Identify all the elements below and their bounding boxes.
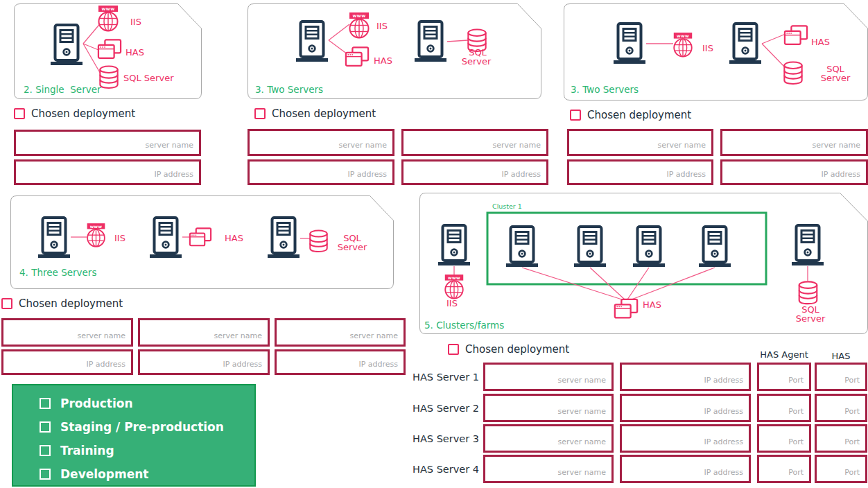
server-name-placeholder: server name [77,331,125,340]
server-icon [296,21,328,62]
ip-address-placeholder: IP address [704,376,743,385]
has-agent-port-field[interactable]: Port [757,394,811,422]
environment-row-training: Training [40,444,114,458]
iis-globe-icon [87,223,105,246]
chosen-deployment-row-two-b: Chosen deployment [570,109,691,121]
chosen-deployment-checkbox[interactable] [448,344,459,355]
server-name-placeholder: server name [557,376,606,385]
development-checkbox[interactable] [40,469,51,480]
has-label: HAS [125,47,144,58]
staging-checkbox[interactable] [40,421,51,433]
panel-two-servers-b: IIS HAS SQL Server 3. Two Servers [564,3,868,101]
has-agent-port-header: HAS Agent [757,349,811,360]
server-name-field[interactable]: server name [275,318,406,347]
ip-address-field[interactable]: IP address [248,159,394,185]
has-label: HAS [811,37,830,47]
ip-address-placeholder: IP address [704,468,743,477]
port-placeholder: Port [844,376,860,385]
has-label: HAS [643,299,661,310]
chosen-deployment-checkbox[interactable] [254,108,266,119]
staging-label: Staging / Pre-production [60,420,224,434]
ip-address-field[interactable]: IP address [275,349,406,375]
server-icon [574,227,606,267]
iis-label: IIS [446,298,458,308]
server-icon [150,218,182,258]
has-agent-port-field[interactable]: Port [757,455,811,483]
sql-database-icon [799,281,817,304]
has-server-ip-field[interactable]: IP address [620,394,751,422]
ip-address-field[interactable]: IP address [1,349,133,375]
chosen-deployment-checkbox[interactable] [570,110,581,121]
has-agent-port-field[interactable]: Port [757,424,811,453]
has-server-name-field[interactable]: server name [483,455,614,483]
server-name-placeholder: server name [214,331,262,340]
training-label: Training [60,444,114,458]
server-icon [506,227,538,267]
has-agent-port-field[interactable]: Port [757,363,811,391]
ip-address-field[interactable]: IP address [720,159,868,185]
server-icon [438,225,470,265]
server-name-placeholder: server name [657,141,706,150]
production-label: Production [60,397,133,410]
iis-label: IIS [376,21,388,31]
ip-address-field[interactable]: IP address [401,159,548,185]
panel-clusters-farms: Cluster 1 IIS HAS SQL Server 5. Clusters… [419,193,868,334]
has-port-field[interactable]: Port [815,363,867,391]
server-name-field[interactable]: server name [1,318,133,347]
chosen-deployment-row-three: Chosen deployment [1,297,123,310]
has-server-row-label: HAS Server 4 [413,455,479,483]
server-icon [415,21,446,62]
has-server-ip-field[interactable]: IP address [620,424,751,453]
has-port-field[interactable]: Port [815,424,867,453]
server-name-field[interactable]: server name [567,129,713,156]
has-server-name-field[interactable]: server name [483,363,614,391]
ip-address-placeholder: IP address [704,407,743,416]
sql-database-icon [784,62,801,84]
has-label: HAS [225,233,243,243]
ip-address-field[interactable]: IP address [14,159,201,185]
iis-globe-icon [445,274,463,298]
server-name-field[interactable]: server name [248,129,394,156]
server-name-placeholder: server name [338,141,387,150]
has-port-field[interactable]: Port [815,394,867,422]
chosen-deployment-label: Chosen deployment [31,107,135,120]
has-port-field[interactable]: Port [815,455,867,483]
sql-label-line2: Server [462,56,492,67]
server-icon [792,225,824,265]
sql-label-line2: Server [338,242,367,252]
ip-address-field[interactable]: IP address [567,159,713,185]
production-checkbox[interactable] [40,398,51,409]
server-name-field[interactable]: server name [14,130,201,156]
ip-address-placeholder: IP address [821,170,860,179]
server-icon [699,227,731,267]
chosen-deployment-label: Chosen deployment [272,107,376,120]
panel-single-server: IIS HAS SQL Server 2. Single Server [14,3,202,99]
sql-database-icon [310,231,327,252]
chosen-deployment-checkbox[interactable] [1,298,12,309]
server-icon [729,24,761,64]
has-server-ip-field[interactable]: IP address [620,363,751,391]
iis-globe-icon [349,12,369,38]
has-server-name-field[interactable]: server name [483,394,614,422]
has-server-name-field[interactable]: server name [483,424,614,453]
ip-address-placeholder: IP address [704,437,743,446]
deployment-form-page: www IIS HAS [0,0,868,488]
ip-address-placeholder: IP address [358,360,398,369]
chosen-deployment-checkbox[interactable] [14,108,25,119]
ip-address-placeholder: IP address [666,170,706,179]
server-name-field[interactable]: server name [138,318,270,347]
has-server-row-label: HAS Server 2 [413,394,479,422]
has-server-row-label: HAS Server 3 [413,424,479,453]
server-name-field[interactable]: server name [720,129,868,156]
ip-address-field[interactable]: IP address [138,349,270,375]
training-checkbox[interactable] [40,445,51,456]
panel-title: 3. Two Servers [255,84,323,95]
server-name-field[interactable]: server name [401,129,548,156]
port-placeholder: Port [788,437,804,446]
cluster-box-label: Cluster 1 [492,202,522,210]
server-name-placeholder: server name [557,437,606,446]
has-server-ip-field[interactable]: IP address [620,455,751,483]
server-name-placeholder: server name [557,407,606,416]
server-name-placeholder: server name [812,141,860,150]
sql-label-line2: Server [821,73,851,83]
